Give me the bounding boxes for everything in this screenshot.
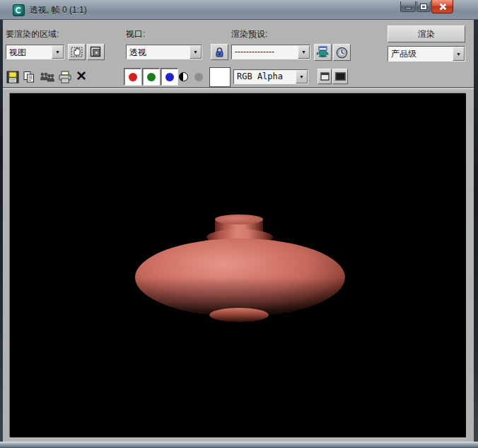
toolbar-separator [3, 87, 474, 89]
toggle-ui-button[interactable] [332, 69, 348, 84]
window-border-right [474, 20, 478, 442]
save-image-button[interactable] [5, 69, 21, 86]
print-image-button[interactable] [57, 69, 73, 86]
window-border-left [0, 20, 3, 442]
toggle-ui-overlays-button[interactable] [317, 69, 332, 84]
area-to-render-label: 要渲染的区域: [6, 28, 59, 40]
clock-icon [336, 47, 348, 59]
app-logo-icon [13, 4, 25, 16]
channel-green-button[interactable] [142, 68, 160, 86]
render-setup-button[interactable] [314, 44, 332, 61]
dropdown-arrow-icon[interactable]: ▼ [52, 45, 64, 59]
channel-alpha-button[interactable] [191, 68, 206, 86]
viewport-lock-button[interactable] [211, 44, 228, 60]
close-button[interactable] [431, 0, 453, 13]
titlebar[interactable]: 透视, 帧 0 (1:1) [0, 0, 478, 20]
green-channel-icon [147, 73, 156, 81]
edit-region-button[interactable] [68, 44, 86, 60]
edit-region-icon [71, 46, 83, 58]
dropdown-arrow-icon[interactable]: ▼ [453, 47, 465, 61]
clone-icon [40, 71, 54, 84]
channel-red-button[interactable] [124, 68, 141, 86]
auto-region-icon [90, 46, 102, 58]
close-icon [438, 3, 446, 11]
render-setup-teapot-icon [316, 46, 330, 59]
background-color-swatch[interactable] [209, 67, 231, 87]
window-overlay-icon [320, 72, 330, 81]
area-to-render-dropdown[interactable]: 视图 ▼ [6, 45, 64, 59]
alpha-channel-icon [194, 73, 203, 81]
render-mode-dropdown[interactable]: 产品级 ▼ [387, 46, 465, 62]
render-preset-dropdown[interactable]: -------------- ▼ [231, 45, 310, 59]
padlock-icon [214, 47, 225, 58]
copy-icon [23, 71, 35, 84]
copy-image-button[interactable] [21, 69, 37, 86]
channel-display-dropdown[interactable]: RGB Alpha ▼ [233, 69, 308, 84]
window-title: 透视, 帧 0 (1:1) [30, 0, 87, 20]
blue-channel-icon [165, 73, 174, 81]
maximize-icon [421, 4, 426, 9]
viewport-label: 视口: [126, 28, 145, 40]
minimize-button[interactable] [400, 1, 416, 12]
red-channel-icon [129, 73, 137, 81]
dropdown-arrow-icon[interactable]: ▼ [190, 45, 202, 59]
maximize-button[interactable] [416, 1, 431, 12]
render-viewport[interactable] [9, 93, 465, 437]
monochrome-channel-icon [179, 72, 188, 81]
viewport-dropdown[interactable]: 透视 ▼ [126, 45, 202, 59]
save-icon [6, 71, 19, 84]
window-border-bottom[interactable] [0, 442, 478, 448]
minimize-icon [405, 7, 412, 9]
dropdown-arrow-icon[interactable]: ▼ [298, 45, 310, 59]
auto-region-button[interactable] [87, 44, 105, 60]
dropdown-arrow-icon[interactable]: ▼ [296, 70, 308, 84]
clear-button[interactable]: × [74, 67, 89, 84]
clone-rendered-frame-button[interactable] [38, 69, 56, 86]
rendered-object [10, 93, 466, 437]
screen-icon [335, 72, 346, 81]
rendered-frame-window: 透视, 帧 0 (1:1) 要渲染的区域: 视口: 渲染预设: 渲染 视图 ▼ … [0, 0, 478, 448]
render-preset-label: 渲染预设: [231, 28, 267, 40]
print-icon [58, 71, 72, 84]
render-button[interactable]: 渲染 [387, 25, 465, 42]
schedule-button[interactable] [333, 44, 351, 61]
channel-monochrome-button[interactable] [175, 68, 191, 86]
clear-x-icon: × [76, 66, 86, 86]
